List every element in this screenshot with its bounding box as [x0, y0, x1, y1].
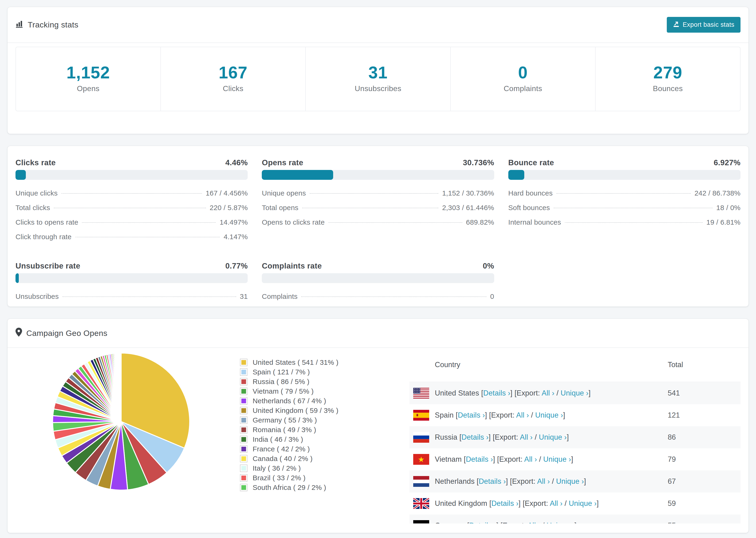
export-all-link[interactable]: All › [524, 455, 537, 463]
export-unique-link[interactable]: Unique › [547, 521, 574, 529]
dotted-leader [54, 208, 206, 208]
rate-progress-fill [262, 170, 333, 180]
legend-item: India ( 46 / 3% ) [240, 436, 409, 443]
details-link[interactable]: Details › [479, 477, 506, 485]
export-button-label: Export basic stats [683, 21, 734, 28]
country-cell: Vietnam [Details ›] [Export: All › / Uni… [435, 455, 668, 463]
rate-row-value: 19 / 6.81% [706, 218, 740, 226]
flag-de-icon [413, 520, 429, 531]
slash-separator: / [563, 499, 568, 508]
legend-swatch-color [242, 427, 246, 432]
flag-us-icon [413, 388, 429, 399]
bracket-close: ] [571, 455, 573, 463]
export-label: ] [Export: [496, 521, 527, 529]
export-all-link[interactable]: All › [550, 499, 563, 508]
bracket-close: ] [563, 411, 565, 419]
dotted-leader [63, 296, 236, 297]
rate-row-value: 18 / 0% [716, 204, 740, 212]
export-all-link[interactable]: All › [542, 389, 554, 397]
geo-title-text: Campaign Geo Opens [26, 329, 108, 338]
geo-table-header: Country Total [409, 348, 740, 382]
export-unique-link[interactable]: Unique › [535, 411, 563, 419]
dotted-leader [301, 296, 486, 297]
country-name: Spain [ [435, 411, 458, 419]
rate-head: Unsubscribe rate0.77% [16, 261, 248, 270]
rate-row-value: 0 [490, 293, 494, 300]
legend-swatch [240, 436, 247, 443]
export-all-link[interactable]: All › [516, 411, 529, 419]
export-unique-link[interactable]: Unique › [569, 499, 597, 508]
rate-row: Clicks to opens rate14.497% [16, 215, 248, 230]
export-all-link[interactable]: All › [537, 477, 550, 485]
legend-swatch [240, 378, 247, 385]
rate-head: Bounce rate6.927% [508, 158, 740, 167]
rate-row: Unique opens1,152 / 30.736% [262, 186, 494, 200]
rate-block: Opens rate30.736%Unique opens1,152 / 30.… [262, 154, 494, 244]
details-link[interactable]: Details › [458, 411, 485, 419]
rate-block: Complaints rate0%Complaints0 [262, 257, 494, 304]
table-row: Vietnam [Details ›] [Export: All › / Uni… [409, 448, 740, 470]
slash-separator: / [529, 411, 535, 419]
legend-label: Italy ( 36 / 2% ) [253, 464, 301, 472]
legend-swatch [240, 455, 247, 462]
dotted-leader [554, 208, 713, 208]
geo-pie [16, 348, 221, 491]
geo-legend: United States ( 541 / 31% )Spain ( 121 /… [221, 348, 409, 493]
legend-swatch [240, 464, 247, 472]
rate-row-label: Total opens [262, 204, 298, 212]
rate-block: Bounce rate6.927%Hard bounces242 / 86.73… [508, 154, 740, 244]
details-link[interactable]: Details › [483, 389, 511, 397]
export-basic-stats-button[interactable]: Export basic stats [667, 17, 740, 32]
details-link[interactable]: Details › [469, 521, 497, 529]
rate-rows: Hard bounces242 / 86.738%Soft bounces18 … [508, 186, 740, 230]
table-row: Netherlands [Details ›] [Export: All › /… [409, 470, 740, 493]
rate-value: 0.77% [225, 261, 248, 270]
table-row: United Kingdom [Details ›] [Export: All … [409, 493, 740, 514]
details-link[interactable]: Details › [491, 499, 519, 508]
rate-row-value: 167 / 4.456% [206, 189, 248, 197]
slash-separator: / [550, 477, 556, 485]
legend-swatch-color [242, 466, 246, 471]
country-name: Germany [ [435, 521, 469, 529]
details-link[interactable]: Details › [461, 433, 489, 441]
rate-row-value: 2,303 / 61.446% [442, 204, 494, 212]
export-unique-link[interactable]: Unique › [539, 433, 567, 441]
legend-label: Vietnam ( 79 / 5% ) [253, 388, 314, 395]
details-link[interactable]: Details › [466, 455, 493, 463]
rate-rows: Unique clicks167 / 4.456%Total clicks220… [16, 186, 248, 244]
country-cell: United Kingdom [Details ›] [Export: All … [435, 499, 668, 508]
rate-row: Unique clicks167 / 4.456% [16, 186, 248, 200]
rate-row-label: Internal bounces [508, 218, 561, 226]
flag-es-icon [413, 410, 429, 421]
rate-row: Total clicks220 / 5.87% [16, 200, 248, 215]
dotted-leader [310, 193, 438, 194]
slash-separator: / [554, 389, 561, 397]
flag-gb-icon [413, 498, 429, 509]
export-label: ] [Export: [519, 499, 550, 508]
table-row: Spain [Details ›] [Export: All › / Uniqu… [409, 404, 740, 426]
export-all-link[interactable]: All › [520, 433, 532, 441]
export-unique-link[interactable]: Unique › [556, 477, 584, 485]
rate-row-label: Clicks to opens rate [16, 218, 78, 226]
rates-card: Clicks rate4.46%Unique clicks167 / 4.456… [8, 146, 748, 306]
export-label: ] [Export: [489, 433, 520, 441]
rate-row-label: Opens to clicks rate [262, 218, 324, 226]
slash-separator: / [533, 433, 539, 441]
rates-grid: Clicks rate4.46%Unique clicks167 / 4.456… [16, 154, 740, 304]
export-unique-link[interactable]: Unique › [561, 389, 589, 397]
legend-swatch [240, 359, 247, 366]
page: Tracking stats Export basic stats 1,152O… [0, 0, 756, 538]
legend-swatch [240, 368, 247, 376]
legend-label: South Africa ( 29 / 2% ) [253, 484, 326, 491]
country-name: United States [ [435, 389, 483, 397]
rate-row-label: Unsubscribes [16, 293, 59, 300]
stat-box: 167Clicks [161, 47, 306, 111]
rate-progress-fill [508, 170, 524, 180]
rate-row-label: Complaints [262, 293, 297, 300]
export-unique-link[interactable]: Unique › [543, 455, 571, 463]
legend-swatch [240, 484, 247, 491]
export-all-link[interactable]: All › [527, 521, 540, 529]
country-cell: Spain [Details ›] [Export: All › / Uniqu… [435, 411, 668, 419]
dotted-leader [328, 222, 462, 223]
slash-separator: / [540, 521, 547, 529]
